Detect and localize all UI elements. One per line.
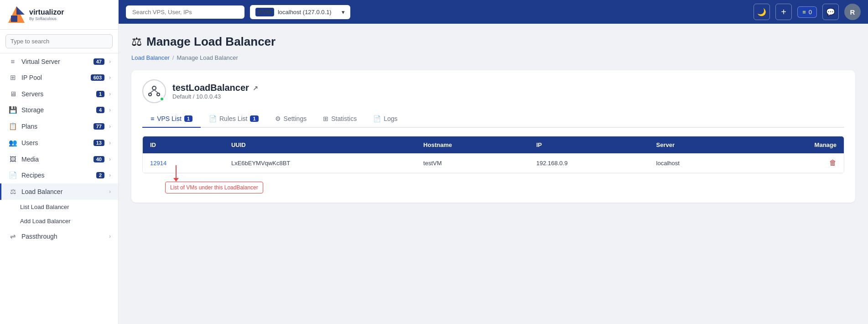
page-title-icon: ⚖ bbox=[131, 35, 142, 49]
svg-point-5 bbox=[157, 93, 160, 96]
nav-recipes[interactable]: 📄 Recipes 2 › bbox=[0, 167, 118, 183]
vps-list-tab-badge: 1 bbox=[184, 115, 192, 122]
statistics-tab-label: Statistics bbox=[331, 115, 357, 122]
add-button[interactable]: + bbox=[775, 4, 792, 20]
sidebar-search-input[interactable] bbox=[5, 34, 113, 48]
logs-tab-label: Logs bbox=[384, 115, 397, 122]
sidebar-search-container bbox=[0, 30, 118, 53]
statistics-tab-icon: ⊞ bbox=[323, 115, 328, 122]
svg-line-7 bbox=[154, 90, 158, 93]
vps-table: ID UUID Hostname IP Server Manage 12914 bbox=[143, 136, 844, 173]
col-uuid: UUID bbox=[224, 136, 416, 153]
svg-point-3 bbox=[152, 86, 156, 90]
topbar: KVM localhost (127.0.0.1) ▾ 🌙 + ≡ 0 💬 R bbox=[119, 0, 868, 24]
online-status-dot bbox=[160, 97, 164, 101]
tab-rules-list[interactable]: 📄 Rules List 1 bbox=[201, 110, 267, 128]
tab-logs[interactable]: 📄 Logs bbox=[365, 110, 405, 128]
nav-servers[interactable]: 🖥 Servers 1 › bbox=[0, 86, 118, 102]
logo-subtitle: By Softaculous bbox=[29, 16, 64, 21]
lb-info: testLoadBalancer ↗ Default / 10.0.0.43 bbox=[172, 83, 258, 100]
svg-point-4 bbox=[149, 93, 151, 96]
cell-ip: 192.168.0.9 bbox=[529, 153, 649, 173]
nav-storage[interactable]: 💾 Storage 4 › bbox=[0, 102, 118, 118]
passthrough-icon: ⇌ bbox=[9, 232, 17, 240]
chat-button[interactable]: 💬 bbox=[822, 4, 839, 20]
annotation-arrow bbox=[173, 165, 179, 182]
recipes-badge: 2 bbox=[96, 172, 104, 178]
table-body: 12914 LxE6bEYMVqwKc8BT testVM 192.168.0.… bbox=[143, 153, 844, 173]
lb-card: testLoadBalancer ↗ Default / 10.0.0.43 ≡… bbox=[131, 70, 855, 203]
rules-list-tab-icon: 📄 bbox=[209, 115, 217, 122]
lb-header: testLoadBalancer ↗ Default / 10.0.0.43 bbox=[142, 79, 844, 103]
sidebar: virtualizor By Softaculous ≡ Virtual Ser… bbox=[0, 0, 119, 324]
tab-statistics[interactable]: ⊞ Statistics bbox=[315, 110, 365, 128]
virtual-server-chevron: › bbox=[109, 58, 111, 65]
topbar-search-input[interactable] bbox=[126, 5, 244, 19]
table-row: 12914 LxE6bEYMVqwKc8BT testVM 192.168.0.… bbox=[143, 153, 844, 173]
topbar-search-container bbox=[126, 5, 244, 19]
user-avatar[interactable]: R bbox=[844, 4, 861, 20]
users-icon: 👥 bbox=[9, 139, 17, 147]
ip-pool-label: IP Pool bbox=[21, 74, 86, 81]
media-badge: 40 bbox=[94, 156, 104, 162]
sidebar-item-add-lb[interactable]: Add Load Balancer bbox=[0, 214, 118, 228]
arrow-line bbox=[176, 165, 177, 178]
load-balancer-chevron: › bbox=[109, 188, 111, 195]
plans-badge: 77 bbox=[94, 123, 104, 130]
sidebar-item-list-lb[interactable]: List Load Balancer bbox=[0, 200, 118, 214]
logs-tab-icon: 📄 bbox=[373, 115, 381, 122]
nav-plans[interactable]: 📋 Plans 77 › bbox=[0, 118, 118, 135]
breadcrumb-separator: / bbox=[172, 54, 174, 61]
annotation-area: List of VMs under this LoadBalancer bbox=[142, 173, 844, 193]
storage-chevron: › bbox=[109, 107, 111, 113]
nav-ip-pool[interactable]: ⊞ IP Pool 603 › bbox=[0, 69, 118, 86]
nav-load-balancer[interactable]: ⚖ Load Balancer › bbox=[0, 183, 118, 200]
col-hostname: Hostname bbox=[416, 136, 529, 153]
nav-users[interactable]: 👥 Users 13 › bbox=[0, 135, 118, 151]
media-label: Media bbox=[21, 156, 89, 163]
arrow-head bbox=[173, 178, 179, 182]
cell-uuid: LxE6bEYMVqwKc8BT bbox=[224, 153, 416, 173]
server-label: localhost (127.0.0.1) bbox=[278, 9, 332, 16]
breadcrumb-load-balancer[interactable]: Load Balancer bbox=[131, 54, 170, 61]
load-balancer-label: Load Balancer bbox=[21, 188, 104, 195]
servers-badge: 1 bbox=[96, 91, 104, 97]
storage-label: Storage bbox=[21, 106, 92, 114]
delete-vps-button[interactable]: 🗑 bbox=[829, 159, 837, 167]
list-icon: ≡ bbox=[802, 9, 806, 16]
vps-id-link[interactable]: 12914 bbox=[150, 160, 166, 167]
plans-chevron: › bbox=[109, 123, 111, 130]
cell-hostname: testVM bbox=[416, 153, 529, 173]
lb-avatar bbox=[142, 79, 166, 103]
kvm-badge: KVM bbox=[255, 8, 274, 16]
tab-vps-list[interactable]: ≡ VPS List 1 bbox=[142, 110, 201, 128]
settings-tab-label: Settings bbox=[284, 115, 307, 122]
breadcrumb-current: Manage Load Balancer bbox=[177, 54, 238, 61]
nav-media[interactable]: 🖼 Media 40 › bbox=[0, 151, 118, 167]
server-selector[interactable]: KVM localhost (127.0.0.1) ▾ bbox=[250, 5, 350, 19]
page-title-container: ⚖ Manage Load Balancer bbox=[131, 35, 855, 49]
night-mode-icon: 🌙 bbox=[757, 8, 766, 16]
svg-rect-2 bbox=[11, 16, 17, 22]
logo-title: virtualizor bbox=[29, 8, 64, 16]
content-area: ⚖ Manage Load Balancer Load Balancer / M… bbox=[119, 24, 868, 324]
nav-virtual-server[interactable]: ≡ Virtual Server 47 › bbox=[0, 53, 118, 69]
media-icon: 🖼 bbox=[9, 155, 17, 163]
svg-marker-1 bbox=[16, 6, 25, 15]
plans-label: Plans bbox=[21, 123, 89, 130]
recipes-label: Recipes bbox=[21, 172, 92, 179]
virtual-server-icon: ≡ bbox=[9, 57, 17, 65]
nav-passthrough[interactable]: ⇌ Passthrough › bbox=[0, 228, 118, 245]
servers-icon: 🖥 bbox=[9, 90, 17, 98]
logo: virtualizor By Softaculous bbox=[0, 0, 118, 30]
lb-meta: Default / 10.0.0.43 bbox=[172, 93, 258, 100]
tab-settings[interactable]: ⚙ Settings bbox=[267, 110, 315, 128]
vps-table-container: ID UUID Hostname IP Server Manage 12914 bbox=[142, 136, 844, 173]
ext-link-icon[interactable]: ↗ bbox=[253, 84, 258, 92]
notifications-button[interactable]: ≡ 0 bbox=[797, 6, 817, 18]
night-mode-button[interactable]: 🌙 bbox=[754, 4, 770, 20]
virtual-server-badge: 47 bbox=[94, 58, 104, 65]
vps-list-tab-icon: ≡ bbox=[151, 115, 154, 122]
tabs-container: ≡ VPS List 1 📄 Rules List 1 ⚙ Settings ⊞… bbox=[142, 110, 844, 128]
rules-list-tab-badge: 1 bbox=[250, 115, 258, 122]
